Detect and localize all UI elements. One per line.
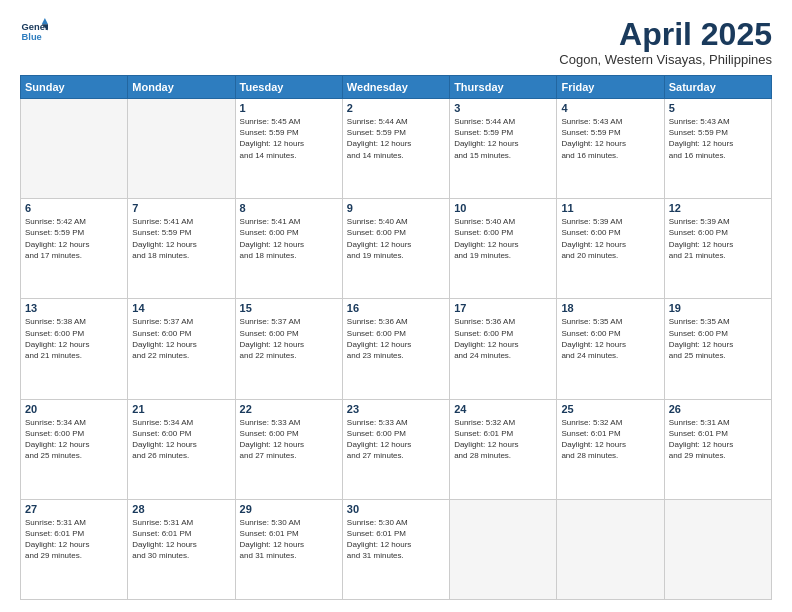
day-info: Sunrise: 5:31 AM Sunset: 6:01 PM Dayligh… — [132, 517, 230, 562]
day-number: 18 — [561, 302, 659, 314]
day-number: 5 — [669, 102, 767, 114]
table-row: 7Sunrise: 5:41 AM Sunset: 5:59 PM Daylig… — [128, 199, 235, 299]
table-row: 26Sunrise: 5:31 AM Sunset: 6:01 PM Dayli… — [664, 399, 771, 499]
day-info: Sunrise: 5:39 AM Sunset: 6:00 PM Dayligh… — [561, 216, 659, 261]
day-number: 28 — [132, 503, 230, 515]
day-number: 2 — [347, 102, 445, 114]
day-number: 20 — [25, 403, 123, 415]
col-friday: Friday — [557, 76, 664, 99]
day-info: Sunrise: 5:39 AM Sunset: 6:00 PM Dayligh… — [669, 216, 767, 261]
day-number: 26 — [669, 403, 767, 415]
title-block: April 2025 Cogon, Western Visayas, Phili… — [559, 18, 772, 67]
day-number: 3 — [454, 102, 552, 114]
day-info: Sunrise: 5:43 AM Sunset: 5:59 PM Dayligh… — [561, 116, 659, 161]
col-sunday: Sunday — [21, 76, 128, 99]
day-number: 6 — [25, 202, 123, 214]
day-number: 14 — [132, 302, 230, 314]
day-info: Sunrise: 5:34 AM Sunset: 6:00 PM Dayligh… — [25, 417, 123, 462]
day-info: Sunrise: 5:45 AM Sunset: 5:59 PM Dayligh… — [240, 116, 338, 161]
weekday-header-row: Sunday Monday Tuesday Wednesday Thursday… — [21, 76, 772, 99]
day-info: Sunrise: 5:38 AM Sunset: 6:00 PM Dayligh… — [25, 316, 123, 361]
day-info: Sunrise: 5:44 AM Sunset: 5:59 PM Dayligh… — [347, 116, 445, 161]
day-info: Sunrise: 5:36 AM Sunset: 6:00 PM Dayligh… — [454, 316, 552, 361]
table-row — [450, 499, 557, 599]
table-row: 6Sunrise: 5:42 AM Sunset: 5:59 PM Daylig… — [21, 199, 128, 299]
table-row — [21, 99, 128, 199]
day-info: Sunrise: 5:41 AM Sunset: 6:00 PM Dayligh… — [240, 216, 338, 261]
table-row: 3Sunrise: 5:44 AM Sunset: 5:59 PM Daylig… — [450, 99, 557, 199]
day-number: 22 — [240, 403, 338, 415]
table-row: 28Sunrise: 5:31 AM Sunset: 6:01 PM Dayli… — [128, 499, 235, 599]
table-row: 8Sunrise: 5:41 AM Sunset: 6:00 PM Daylig… — [235, 199, 342, 299]
table-row: 29Sunrise: 5:30 AM Sunset: 6:01 PM Dayli… — [235, 499, 342, 599]
day-info: Sunrise: 5:40 AM Sunset: 6:00 PM Dayligh… — [347, 216, 445, 261]
table-row: 12Sunrise: 5:39 AM Sunset: 6:00 PM Dayli… — [664, 199, 771, 299]
day-number: 9 — [347, 202, 445, 214]
table-row: 30Sunrise: 5:30 AM Sunset: 6:01 PM Dayli… — [342, 499, 449, 599]
table-row: 20Sunrise: 5:34 AM Sunset: 6:00 PM Dayli… — [21, 399, 128, 499]
day-number: 8 — [240, 202, 338, 214]
day-info: Sunrise: 5:35 AM Sunset: 6:00 PM Dayligh… — [669, 316, 767, 361]
day-number: 17 — [454, 302, 552, 314]
col-wednesday: Wednesday — [342, 76, 449, 99]
day-number: 12 — [669, 202, 767, 214]
day-info: Sunrise: 5:42 AM Sunset: 5:59 PM Dayligh… — [25, 216, 123, 261]
day-number: 7 — [132, 202, 230, 214]
day-info: Sunrise: 5:33 AM Sunset: 6:00 PM Dayligh… — [347, 417, 445, 462]
svg-text:Blue: Blue — [22, 32, 42, 42]
col-thursday: Thursday — [450, 76, 557, 99]
header: General Blue April 2025 Cogon, Western V… — [20, 18, 772, 67]
day-number: 16 — [347, 302, 445, 314]
table-row: 5Sunrise: 5:43 AM Sunset: 5:59 PM Daylig… — [664, 99, 771, 199]
day-info: Sunrise: 5:44 AM Sunset: 5:59 PM Dayligh… — [454, 116, 552, 161]
day-info: Sunrise: 5:30 AM Sunset: 6:01 PM Dayligh… — [347, 517, 445, 562]
table-row: 17Sunrise: 5:36 AM Sunset: 6:00 PM Dayli… — [450, 299, 557, 399]
table-row: 27Sunrise: 5:31 AM Sunset: 6:01 PM Dayli… — [21, 499, 128, 599]
table-row: 23Sunrise: 5:33 AM Sunset: 6:00 PM Dayli… — [342, 399, 449, 499]
table-row: 24Sunrise: 5:32 AM Sunset: 6:01 PM Dayli… — [450, 399, 557, 499]
svg-marker-2 — [42, 18, 48, 24]
table-row: 11Sunrise: 5:39 AM Sunset: 6:00 PM Dayli… — [557, 199, 664, 299]
calendar-week-row: 6Sunrise: 5:42 AM Sunset: 5:59 PM Daylig… — [21, 199, 772, 299]
table-row: 22Sunrise: 5:33 AM Sunset: 6:00 PM Dayli… — [235, 399, 342, 499]
table-row: 18Sunrise: 5:35 AM Sunset: 6:00 PM Dayli… — [557, 299, 664, 399]
table-row — [664, 499, 771, 599]
col-tuesday: Tuesday — [235, 76, 342, 99]
table-row: 10Sunrise: 5:40 AM Sunset: 6:00 PM Dayli… — [450, 199, 557, 299]
day-info: Sunrise: 5:35 AM Sunset: 6:00 PM Dayligh… — [561, 316, 659, 361]
day-number: 29 — [240, 503, 338, 515]
day-info: Sunrise: 5:32 AM Sunset: 6:01 PM Dayligh… — [561, 417, 659, 462]
table-row — [128, 99, 235, 199]
table-row: 25Sunrise: 5:32 AM Sunset: 6:01 PM Dayli… — [557, 399, 664, 499]
table-row: 13Sunrise: 5:38 AM Sunset: 6:00 PM Dayli… — [21, 299, 128, 399]
day-info: Sunrise: 5:41 AM Sunset: 5:59 PM Dayligh… — [132, 216, 230, 261]
day-number: 25 — [561, 403, 659, 415]
day-number: 10 — [454, 202, 552, 214]
table-row — [557, 499, 664, 599]
table-row: 14Sunrise: 5:37 AM Sunset: 6:00 PM Dayli… — [128, 299, 235, 399]
day-number: 23 — [347, 403, 445, 415]
table-row: 21Sunrise: 5:34 AM Sunset: 6:00 PM Dayli… — [128, 399, 235, 499]
day-info: Sunrise: 5:30 AM Sunset: 6:01 PM Dayligh… — [240, 517, 338, 562]
day-info: Sunrise: 5:43 AM Sunset: 5:59 PM Dayligh… — [669, 116, 767, 161]
day-info: Sunrise: 5:34 AM Sunset: 6:00 PM Dayligh… — [132, 417, 230, 462]
calendar-week-row: 20Sunrise: 5:34 AM Sunset: 6:00 PM Dayli… — [21, 399, 772, 499]
day-number: 15 — [240, 302, 338, 314]
day-number: 11 — [561, 202, 659, 214]
month-title: April 2025 — [559, 18, 772, 50]
day-info: Sunrise: 5:31 AM Sunset: 6:01 PM Dayligh… — [25, 517, 123, 562]
day-number: 30 — [347, 503, 445, 515]
col-monday: Monday — [128, 76, 235, 99]
calendar-week-row: 13Sunrise: 5:38 AM Sunset: 6:00 PM Dayli… — [21, 299, 772, 399]
day-info: Sunrise: 5:36 AM Sunset: 6:00 PM Dayligh… — [347, 316, 445, 361]
day-info: Sunrise: 5:33 AM Sunset: 6:00 PM Dayligh… — [240, 417, 338, 462]
calendar-week-row: 1Sunrise: 5:45 AM Sunset: 5:59 PM Daylig… — [21, 99, 772, 199]
table-row: 4Sunrise: 5:43 AM Sunset: 5:59 PM Daylig… — [557, 99, 664, 199]
table-row: 2Sunrise: 5:44 AM Sunset: 5:59 PM Daylig… — [342, 99, 449, 199]
calendar-table: Sunday Monday Tuesday Wednesday Thursday… — [20, 75, 772, 600]
day-info: Sunrise: 5:37 AM Sunset: 6:00 PM Dayligh… — [240, 316, 338, 361]
table-row: 9Sunrise: 5:40 AM Sunset: 6:00 PM Daylig… — [342, 199, 449, 299]
day-number: 13 — [25, 302, 123, 314]
table-row: 1Sunrise: 5:45 AM Sunset: 5:59 PM Daylig… — [235, 99, 342, 199]
day-info: Sunrise: 5:40 AM Sunset: 6:00 PM Dayligh… — [454, 216, 552, 261]
